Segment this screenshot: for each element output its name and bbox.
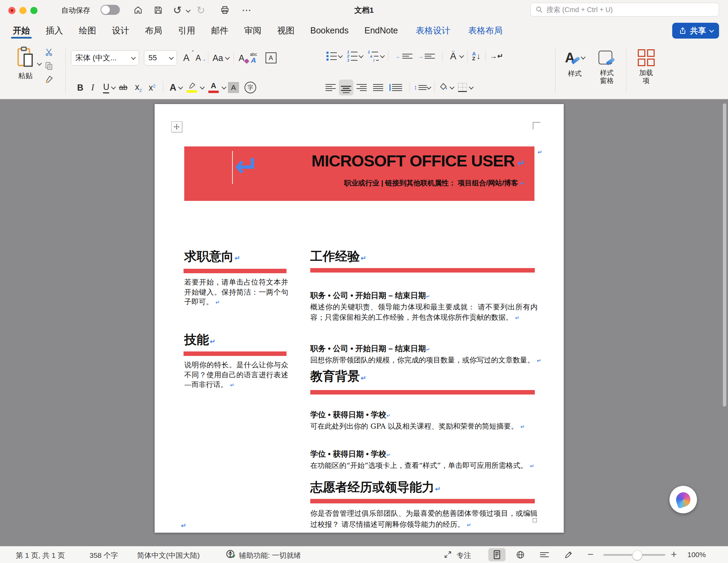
enclose-characters-button[interactable]: 字 [245, 82, 256, 93]
increase-indent-button[interactable]: → [418, 53, 435, 59]
page-info[interactable]: 第 1 页, 共 1 页 [16, 551, 65, 560]
vertical-scrollbar[interactable] [723, 103, 726, 407]
copy-button[interactable] [44, 61, 53, 70]
education-entry-title[interactable]: 学位 • 获得日期 • 学校↵ [310, 449, 391, 459]
shading-button[interactable] [439, 82, 448, 93]
outline-view-button[interactable] [536, 548, 553, 561]
section-heading-skills[interactable]: 技能↵ [184, 331, 216, 348]
change-case-button[interactable]: Aa [212, 53, 223, 63]
tab-review[interactable]: 审阅 [236, 19, 269, 41]
multilevel-list-button[interactable]: 1 a i [367, 51, 379, 62]
undo-chevron-icon[interactable] [186, 8, 190, 13]
objective-body[interactable]: 若要开始，请单击占位符文本并开始键入。保持简洁：一两个句子即可。 ↵ [184, 277, 288, 308]
minimize-window-button[interactable] [19, 7, 27, 14]
tab-draw[interactable]: 绘图 [71, 19, 104, 41]
resume-name[interactable]: MICROSOFT OFFICE USER [312, 151, 515, 170]
bold-button[interactable]: B [77, 83, 83, 93]
home-button[interactable] [132, 4, 144, 16]
subscript-button[interactable]: x2 [135, 82, 142, 93]
web-layout-view-button[interactable] [512, 548, 529, 561]
tab-table-design[interactable]: 表格设计 [408, 19, 458, 41]
character-shading-button[interactable]: A [228, 82, 239, 93]
share-button[interactable]: 共享 [672, 23, 719, 39]
text-effects-button[interactable]: A [169, 82, 176, 93]
document-page[interactable]: ↵ MICROSOFT OFFICE USER ↵ 职业或行业 | 链接到其他联… [155, 104, 564, 533]
strikethrough-button[interactable]: ab [119, 83, 127, 92]
tab-bookends[interactable]: Bookends [302, 19, 356, 41]
phonetic-guide-button[interactable]: abc A [250, 52, 257, 64]
italic-button[interactable]: I [91, 83, 94, 92]
tab-home[interactable]: 开始 [5, 19, 38, 41]
font-color-button[interactable]: A [208, 82, 219, 93]
superscript-button[interactable]: x2 [149, 83, 156, 93]
search-input[interactable]: 搜索 (Cmd + Ctrl + U) [530, 3, 719, 17]
tab-layout[interactable]: 布局 [137, 19, 170, 41]
experience-entry-title[interactable]: 职务 • 公司 • 开始日期 – 结束日期↵ [310, 343, 430, 354]
bullets-button[interactable] [326, 52, 337, 61]
underline-button[interactable]: U [103, 82, 109, 93]
enclose-character-button[interactable]: A [266, 52, 277, 63]
word-count[interactable]: 358 个字 [90, 551, 118, 560]
borders-button[interactable] [458, 83, 467, 92]
section-heading-volunteer[interactable]: 志愿者经历或领导能力↵ [310, 479, 441, 496]
table-move-handle[interactable] [171, 121, 182, 132]
accessibility-status[interactable]: 辅助功能: 一切就绪 [239, 551, 301, 560]
section-heading-education[interactable]: 教育背景↵ [310, 368, 366, 385]
zoom-window-button[interactable] [30, 7, 38, 14]
resume-banner[interactable]: ↵ MICROSOFT OFFICE USER ↵ 职业或行业 | 链接到其他联… [184, 146, 534, 201]
justify-button[interactable] [373, 84, 383, 91]
language-status[interactable]: 简体中文(中国大陆) [137, 551, 200, 560]
experience-entry-body[interactable]: 概述你的关键职责、领导能力体现和最主要成就： 请不要列出所有内容；只需保留相关的… [310, 302, 538, 323]
align-left-button[interactable] [325, 84, 336, 91]
addins-button[interactable]: 加载项 [633, 46, 659, 85]
print-button[interactable] [219, 4, 231, 16]
tab-references[interactable]: 引用 [170, 19, 203, 41]
section-heading-experience[interactable]: 工作经验↵ [310, 248, 366, 265]
undo-button[interactable]: ↺ [171, 4, 183, 16]
redo-button[interactable]: ↻ [195, 4, 207, 16]
shrink-font-button[interactable]: Aˇ [196, 53, 201, 63]
draft-view-button[interactable] [560, 548, 577, 561]
paste-button[interactable]: 粘贴 [10, 46, 41, 81]
experience-entry-body[interactable]: 回想你所带领团队的规模，你完成的项目数量，或你写过的文章数量。 ↵ [310, 355, 544, 366]
clear-format-button[interactable]: A [239, 53, 245, 63]
line-spacing-button[interactable]: ↕ [414, 84, 427, 91]
show-marks-button[interactable]: →↵ [490, 52, 503, 60]
more-button[interactable]: ⋯ [241, 4, 253, 16]
education-entry-body[interactable]: 可在此处列出你的 GPA 以及相关课程、奖励和荣誉的简短摘要。 ↵ [310, 421, 544, 432]
copilot-button[interactable] [669, 486, 697, 513]
highlight-button[interactable] [187, 82, 197, 93]
font-size-select[interactable]: 55 [144, 50, 177, 65]
table-resize-handle[interactable] [533, 518, 537, 522]
autosave-toggle[interactable] [101, 5, 120, 15]
print-layout-view-button[interactable] [488, 548, 506, 561]
styles-button[interactable]: A 样式 [560, 46, 590, 78]
cut-button[interactable] [44, 48, 53, 57]
align-right-button[interactable] [356, 84, 367, 91]
tab-mailings[interactable]: 邮件 [203, 19, 236, 41]
experience-entry-title[interactable]: 职务 • 公司 • 开始日期 – 结束日期↵ [310, 290, 430, 301]
tab-design[interactable]: 设计 [104, 19, 137, 41]
education-entry-body[interactable]: 在功能区的“开始”选项卡上，查看“样式”，单击即可应用所需格式。 ↵ [310, 460, 544, 471]
style-pane-button[interactable]: 样式窗格 [593, 46, 621, 85]
zoom-in-button[interactable]: + [671, 549, 677, 560]
zoom-level[interactable]: 100% [687, 551, 706, 559]
close-window-button[interactable] [8, 7, 15, 14]
section-heading-objective[interactable]: 求职意向↵ [184, 248, 240, 265]
tab-view[interactable]: 视图 [269, 19, 302, 41]
distribute-text-button[interactable] [389, 84, 402, 91]
focus-mode-button[interactable]: 专注 [457, 551, 471, 560]
sort-button[interactable]: AZ ↓ [472, 51, 481, 61]
volunteer-body[interactable]: 你是否曾管理过俱乐部团队、为最喜爱的慈善团体带领过项目，或编辑过校报？ 请尽情描… [310, 508, 538, 531]
zoom-slider-knob[interactable] [632, 550, 642, 560]
tab-insert[interactable]: 插入 [38, 19, 71, 41]
format-painter-button[interactable] [44, 75, 54, 84]
skills-body[interactable]: 说明你的特长。是什么让你与众不同？使用自己的语言进行表述—而非行话。 ↵ [184, 360, 288, 390]
save-button[interactable] [152, 4, 164, 16]
zoom-out-button[interactable]: − [587, 549, 594, 560]
tab-endnote[interactable]: EndNote [356, 19, 406, 41]
resume-subtitle[interactable]: 职业或行业 | 链接到其他联机属性： 项目组合/网站/博客 [344, 178, 518, 188]
character-spacing-button[interactable]: ↔A [450, 51, 456, 62]
decrease-indent-button[interactable]: ← [396, 53, 413, 59]
align-center-button[interactable] [339, 80, 353, 95]
